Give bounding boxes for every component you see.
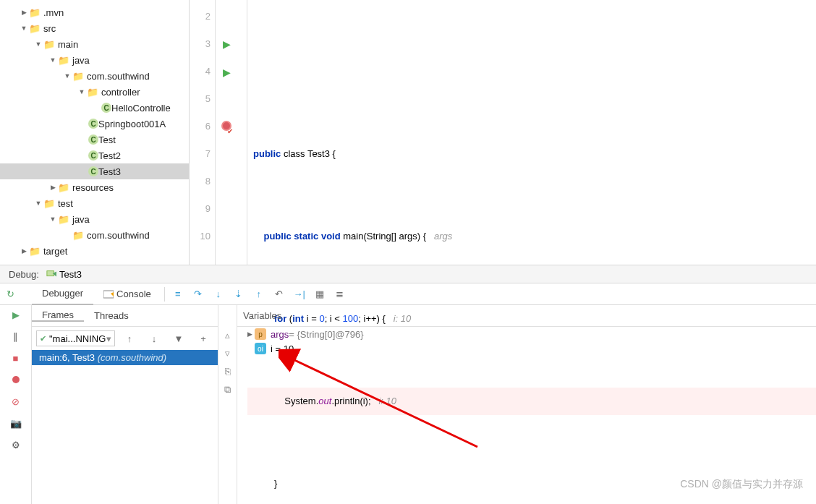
class-icon: C — [88, 119, 98, 129]
next-frame-icon[interactable]: ↓ — [145, 330, 163, 347]
force-step-into-icon[interactable]: ⇣ — [230, 286, 247, 303]
chevron-down-icon: ▼ — [64, 72, 71, 80]
thread-selector[interactable]: ✔"mai...NNING▾ — [36, 330, 115, 346]
package-icon: 📁 — [72, 229, 84, 241]
tab-console[interactable]: Console — [93, 283, 161, 305]
chevron-down-icon: ▼ — [78, 88, 85, 95]
class-icon: C — [88, 166, 98, 176]
run-icon[interactable]: ▶ — [223, 67, 231, 78]
tree-item-mvn[interactable]: ▶📁.mvn — [0, 4, 189, 20]
frames-side-controls: ▵ ▿ ⎘ ⧉ — [218, 305, 237, 504]
collapse-icon[interactable]: ▿ — [225, 348, 230, 359]
tree-item-target[interactable]: ▶📁target — [0, 243, 189, 259]
run-config-icon — [46, 269, 56, 279]
step-over-icon[interactable]: ↷ — [190, 286, 207, 303]
tree-item-test2[interactable]: CTest2 — [0, 148, 189, 163]
chevron-down-icon: ▼ — [35, 40, 42, 48]
project-tree[interactable]: ▶📁.mvn ▼📁src ▼📁main ▼📁java ▼📁com.southwi… — [0, 0, 190, 265]
trace-icon[interactable]: ≣ — [331, 286, 349, 303]
code-editor[interactable]: 2345678910 ▶ ▶ ✔ public class Test3 { pu… — [190, 0, 816, 265]
debug-label: Debug: — [9, 269, 39, 280]
add-icon[interactable]: + — [195, 330, 212, 347]
chevron-right-icon: ▶ — [20, 9, 27, 16]
chevron-right-icon: ▶ — [49, 184, 56, 191]
inlay-hint: args — [426, 231, 452, 242]
class-icon: C — [88, 150, 98, 161]
filter-icon[interactable]: ▼ — [170, 330, 187, 347]
check-icon: ✔ — [40, 334, 46, 343]
param-icon: p — [255, 328, 266, 340]
tree-item-test-java[interactable]: ▼📁java — [0, 211, 189, 227]
tree-item-main[interactable]: ▼📁main — [0, 36, 189, 52]
tree-item-resources[interactable]: ▶📁resources — [0, 179, 189, 195]
expand-icon[interactable]: ▵ — [225, 330, 230, 341]
camera-icon[interactable]: 📷 — [9, 417, 22, 430]
folder-icon: 📁 — [29, 7, 41, 18]
variable-row[interactable]: ▶ p args = {String[0]@796} — [237, 327, 816, 341]
resume-icon[interactable]: ▶ — [9, 308, 22, 321]
tree-item-test-folder[interactable]: ▼📁test — [0, 195, 189, 211]
variables-panel: Variables ▶ p args = {String[0]@796} oi … — [237, 305, 816, 504]
frames-tab[interactable]: Frames — [32, 309, 84, 322]
step-into-icon[interactable]: ↓ — [210, 286, 227, 303]
drop-frame-icon[interactable]: ↶ — [271, 286, 288, 303]
settings-icon[interactable]: ⚙ — [9, 438, 22, 451]
class-icon: C — [101, 103, 111, 113]
chevron-down-icon: ▼ — [35, 200, 42, 207]
chevron-down-icon: ▼ — [49, 56, 56, 64]
frames-panel: Frames Threads ✔"mai...NNING▾ ↑ ↓ ▼ + ma… — [32, 305, 218, 504]
tree-item-hello[interactable]: CHelloControlle — [0, 100, 189, 116]
chevron-right-icon: ▶ — [20, 247, 27, 255]
view-breakpoints-icon[interactable] — [9, 373, 22, 386]
fold-gutter — [237, 0, 247, 265]
code-area[interactable]: public class Test3 { public static void … — [247, 0, 816, 265]
evaluate-icon[interactable]: ▦ — [311, 286, 328, 303]
folder-icon: 📁 — [43, 38, 55, 50]
variables-header: Variables — [237, 305, 816, 327]
tree-item-java[interactable]: ▼📁java — [0, 52, 189, 68]
folder-icon: 📁 — [29, 22, 41, 34]
run-icon[interactable]: ▶ — [223, 38, 231, 50]
package-icon: 📁 — [87, 86, 98, 98]
resources-folder-icon: 📁 — [58, 181, 69, 193]
source-folder-icon: 📁 — [58, 54, 69, 66]
mute-breakpoints-icon[interactable]: ⊘ — [9, 395, 22, 408]
link-icon[interactable]: ⧉ — [224, 384, 231, 396]
stack-frame[interactable]: main:6, Test3 (com.southwind) — [32, 350, 218, 365]
copy-icon[interactable]: ⎘ — [225, 366, 231, 377]
chevron-down-icon: ▾ — [106, 333, 111, 344]
stop-icon[interactable]: ■ — [9, 351, 22, 364]
test-folder-icon: 📁 — [58, 213, 69, 225]
target-folder-icon: 📁 — [29, 245, 41, 257]
tab-debugger[interactable]: Debugger — [32, 283, 93, 305]
breakpoint-icon[interactable]: ✔ — [221, 121, 231, 131]
tree-item-test[interactable]: CTest — [0, 132, 189, 148]
tree-item-package[interactable]: ▼📁com.southwind — [0, 68, 189, 84]
check-icon: ✔ — [227, 118, 233, 145]
tree-item-app[interactable]: CSpringboot001A — [0, 116, 189, 132]
line-number-gutter: 2345678910 — [190, 0, 216, 265]
pause-icon[interactable]: ∥ — [9, 330, 22, 343]
run-to-cursor-icon[interactable]: →| — [291, 286, 308, 303]
debug-config-name[interactable]: Test3 — [59, 269, 82, 280]
chevron-down-icon: ▼ — [49, 215, 56, 223]
show-execution-point-icon[interactable]: ≡ — [169, 286, 187, 303]
variable-row[interactable]: oi i = 10 — [237, 341, 816, 356]
run-gutter[interactable]: ▶ ▶ ✔ — [216, 0, 237, 265]
console-icon — [103, 289, 114, 299]
tree-item-src[interactable]: ▼📁src — [0, 20, 189, 36]
int-icon: oi — [255, 343, 266, 354]
package-icon: 📁 — [72, 70, 84, 82]
rerun-icon[interactable]: ↻ — [1, 286, 19, 303]
threads-tab[interactable]: Threads — [84, 310, 139, 321]
chevron-right-icon: ▶ — [246, 330, 253, 338]
tree-item-controller[interactable]: ▼📁controller — [0, 84, 189, 100]
class-icon: C — [88, 134, 98, 145]
prev-frame-icon[interactable]: ↑ — [121, 330, 138, 347]
step-out-icon[interactable]: ↑ — [250, 286, 268, 303]
debug-side-controls: ▶ ∥ ■ ⊘ 📷 ⚙ — [0, 305, 32, 504]
tree-item-test-pkg[interactable]: 📁com.southwind — [0, 227, 189, 243]
tree-item-test3[interactable]: CTest3 — [0, 163, 189, 179]
chevron-down-icon: ▼ — [20, 25, 27, 32]
folder-icon: 📁 — [43, 197, 55, 209]
